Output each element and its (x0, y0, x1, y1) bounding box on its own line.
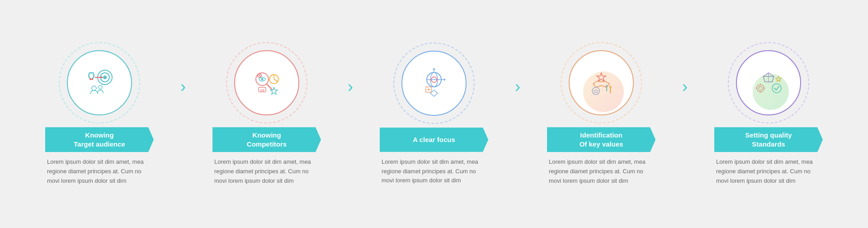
step-5-inner-circle (736, 50, 801, 115)
chevron-right-icon: › (348, 79, 353, 95)
step-1-icon-wrapper (59, 42, 140, 124)
step-3-inner-circle (401, 51, 467, 116)
step-1-inner-circle (67, 50, 132, 115)
step-4-inner-circle (569, 50, 634, 115)
step-4-icon-wrapper (561, 42, 642, 124)
step-2-label: Knowing Competitors (212, 127, 321, 152)
target-audience-icon (81, 65, 118, 101)
svg-point-8 (92, 86, 96, 90)
step-2-description: Lorem ipsum dolor sit dim amet, mea regi… (212, 157, 321, 185)
arrow-2: › (339, 79, 362, 149)
step-3-description: Lorem ipsum dolor sit dim amet, mea regi… (380, 157, 488, 185)
step-2-inner-circle: VS (234, 50, 299, 115)
step-3-icon-wrapper (393, 43, 475, 124)
svg-point-6 (90, 78, 91, 80)
svg-point-9 (99, 86, 102, 89)
chevron-right-icon: › (180, 79, 186, 95)
competitors-icon: VS (249, 65, 285, 101)
chevron-right-icon: › (515, 79, 520, 95)
arrow-4: › (674, 79, 696, 149)
svg-marker-33 (444, 78, 446, 81)
step-4-label: Identification Of key values (547, 127, 656, 152)
svg-text:VS: VS (260, 89, 264, 92)
step-5-bg-accent (753, 74, 789, 110)
svg-point-21 (259, 75, 260, 76)
step-4-description: Lorem ipsum dolor sit dim amet, mea regi… (547, 157, 656, 185)
arrow-3: › (506, 79, 529, 149)
svg-point-13 (261, 78, 264, 81)
svg-marker-4 (101, 76, 103, 79)
step-1: Knowing Target audience Lorem ipsum dolo… (27, 42, 172, 185)
svg-line-11 (267, 84, 272, 90)
infographic-container: Knowing Target audience Lorem ipsum dolo… (14, 10, 854, 218)
step-4: Identification Of key values Lorem ipsum… (529, 42, 674, 185)
step-2-icon-wrapper: VS (226, 42, 307, 124)
clear-focus-icon (416, 65, 452, 101)
step-1-label: Knowing Target audience (45, 127, 154, 152)
step-4-bg-accent (583, 71, 624, 112)
step-3: A clear focus Lorem ipsum dolor sit dim … (362, 43, 506, 185)
step-5: Setting quality Standards Lorem ipsum do… (696, 42, 841, 185)
svg-line-18 (274, 79, 278, 81)
svg-marker-31 (433, 68, 435, 70)
step-5-icon-wrapper (728, 42, 809, 124)
arrow-1: › (172, 79, 194, 149)
step-3-label: A clear focus (380, 128, 488, 152)
svg-point-2 (103, 76, 107, 79)
step-2: VS Knowing Competitors Lorem ipsum dolor… (194, 42, 339, 185)
chevron-right-icon: › (682, 79, 688, 95)
step-5-description: Lorem ipsum dolor sit dim amet, mea regi… (714, 157, 823, 185)
svg-point-7 (91, 78, 93, 80)
step-1-description: Lorem ipsum dolor sit dim amet, mea regi… (45, 157, 154, 185)
step-5-label: Setting quality Standards (714, 127, 823, 152)
